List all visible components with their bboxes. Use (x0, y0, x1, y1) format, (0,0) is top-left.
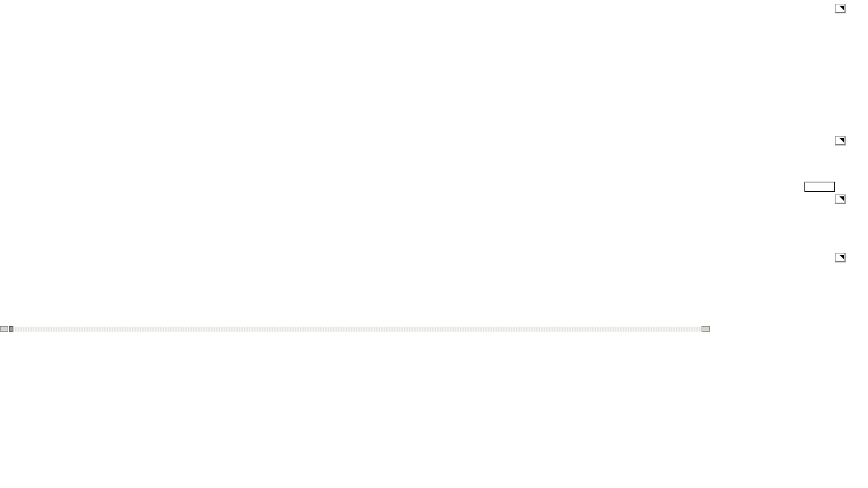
diagonal-arrow-icon (839, 138, 844, 142)
price-pane-collapse-button[interactable] (835, 4, 846, 13)
scrollbar-track[interactable] (9, 327, 701, 332)
chart-application-window (0, 0, 868, 488)
diagonal-arrow-icon (839, 6, 844, 10)
diagonal-arrow-icon (839, 196, 844, 201)
stochastics-pane-collapse-button[interactable] (835, 253, 846, 262)
chart-canvas[interactable] (0, 0, 868, 332)
horizontal-scrollbar[interactable] (0, 326, 868, 332)
scroll-right-button[interactable] (702, 326, 710, 332)
macd-pane-collapse-button[interactable] (835, 194, 846, 204)
diagonal-arrow-icon (839, 255, 844, 259)
volume-pane-collapse-button[interactable] (835, 136, 846, 146)
volume-multiplier-badge (804, 182, 835, 192)
scroll-left-button[interactable] (0, 326, 8, 332)
scrollbar-thumb[interactable] (9, 326, 13, 332)
